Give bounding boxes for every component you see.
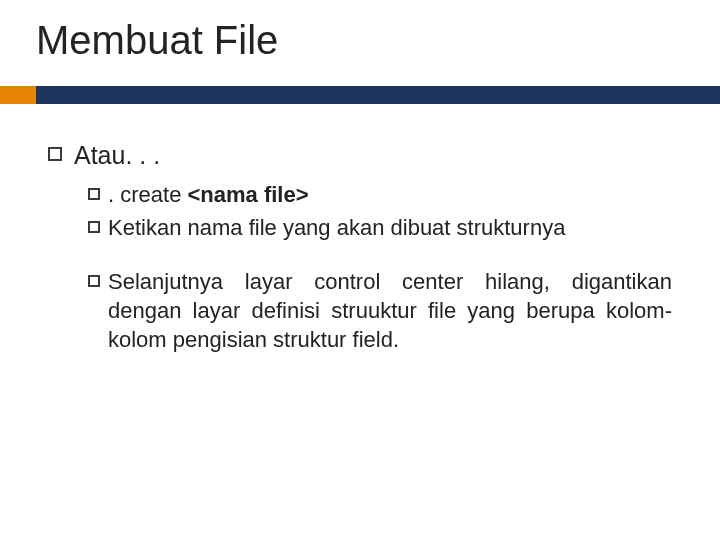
bullet-level2: Ketikan nama file yang akan dibuat struk…	[88, 214, 672, 243]
text-lead: Ketikan	[108, 215, 188, 240]
text-lead: Selanjutnya	[108, 269, 245, 294]
slide-title: Membuat File	[36, 18, 278, 63]
square-bullet-icon	[88, 188, 100, 200]
bullet-text: Selanjutnya layar control center hilang,…	[108, 268, 672, 354]
divider-accent	[0, 86, 36, 104]
slide: { "title": "Membuat File", "body": { "it…	[0, 0, 720, 540]
bullet-level2: Selanjutnya layar control center hilang,…	[88, 268, 672, 354]
bullet-level2: . create <nama file>	[88, 181, 672, 210]
divider-main	[36, 86, 720, 104]
sub-bullet-group: . create <nama file> Ketikan nama file y…	[88, 181, 672, 354]
slide-body: Atau. . . . create <nama file> Ketikan n…	[48, 140, 672, 358]
bullet-text: Ketikan nama file yang akan dibuat struk…	[108, 214, 565, 243]
square-bullet-icon	[88, 221, 100, 233]
square-bullet-icon	[88, 275, 100, 287]
text-rest: nama file yang akan dibuat strukturnya	[188, 215, 566, 240]
bullet-text: Atau. . .	[74, 140, 160, 171]
title-divider	[0, 86, 720, 104]
bullet-text: . create <nama file>	[108, 181, 309, 210]
bold-text: <nama file>	[187, 182, 308, 207]
square-bullet-icon	[48, 147, 62, 161]
text-segment: . create	[108, 182, 187, 207]
bullet-level1: Atau. . .	[48, 140, 672, 171]
